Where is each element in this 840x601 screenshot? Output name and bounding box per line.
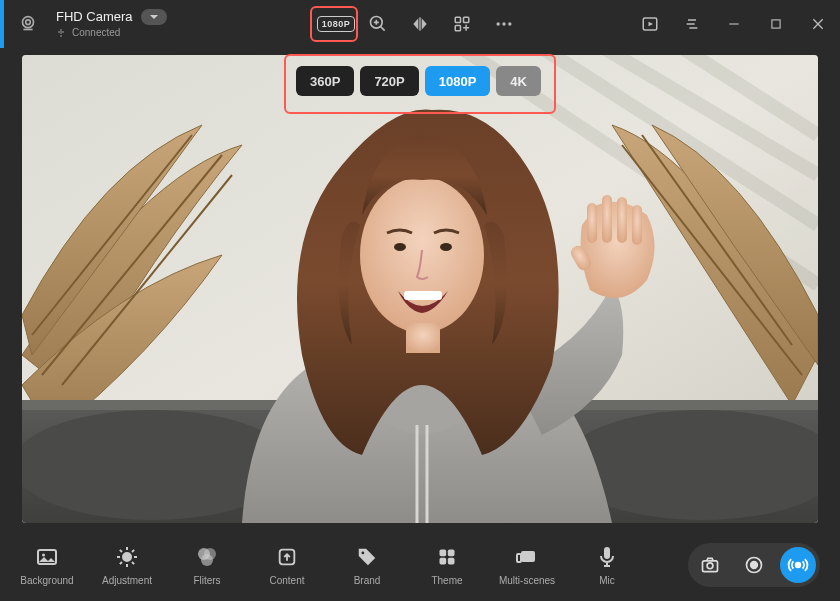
svg-point-9 [508, 22, 511, 25]
svg-rect-5 [464, 17, 469, 22]
svg-rect-17 [587, 203, 597, 243]
svg-point-34 [362, 552, 365, 555]
capture-controls [688, 543, 820, 587]
svg-point-0 [23, 17, 34, 28]
svg-rect-38 [448, 558, 455, 565]
res-option-1080p[interactable]: 1080P [425, 66, 491, 96]
svg-rect-26 [406, 323, 440, 353]
tool-brand[interactable]: Brand [340, 544, 394, 586]
zoom-in-button[interactable] [364, 10, 392, 38]
svg-point-45 [751, 562, 758, 569]
svg-rect-37 [440, 558, 447, 565]
brightness-icon [115, 544, 139, 570]
svg-point-7 [497, 22, 500, 25]
tool-mic[interactable]: Mic [580, 544, 634, 586]
svg-point-28 [42, 554, 45, 557]
camera-preview[interactable] [22, 55, 818, 523]
tool-multiscenes-label: Multi-scenes [499, 575, 555, 586]
tool-adjustment-label: Adjustment [102, 575, 152, 586]
tool-filters[interactable]: Fliters [180, 544, 234, 586]
svg-rect-11 [772, 20, 780, 28]
svg-rect-20 [632, 205, 642, 245]
svg-point-23 [394, 243, 406, 251]
svg-rect-25 [404, 291, 442, 300]
snapshot-button[interactable] [692, 547, 728, 583]
bottom-toolbar: Background Adjustment Fliters Content Br… [0, 529, 840, 601]
title-bar: FHD Camera Connected 1080P [0, 0, 840, 48]
res-option-360p[interactable]: 360P [296, 66, 354, 96]
tool-multi-scenes[interactable]: Multi-scenes [500, 544, 554, 586]
tag-icon [356, 544, 378, 570]
svg-rect-41 [604, 547, 610, 559]
tool-brand-label: Brand [354, 575, 381, 586]
close-button[interactable] [804, 10, 832, 38]
maximize-button[interactable] [762, 10, 790, 38]
resolution-button[interactable]: 1080P [322, 10, 350, 38]
stream-button[interactable] [780, 547, 816, 583]
scenes-icon [515, 544, 539, 570]
tool-background-label: Background [20, 575, 73, 586]
tool-mic-label: Mic [599, 575, 615, 586]
svg-rect-18 [602, 195, 612, 243]
mirror-button[interactable] [406, 10, 434, 38]
svg-point-1 [26, 20, 31, 25]
svg-rect-3 [419, 17, 420, 30]
svg-point-8 [502, 22, 505, 25]
svg-point-43 [707, 563, 713, 569]
layout-grid-button[interactable] [448, 10, 476, 38]
theme-icon [437, 544, 457, 570]
filters-icon [195, 544, 219, 570]
camera-dropdown[interactable] [141, 9, 167, 25]
res-option-4k[interactable]: 4K [496, 66, 541, 96]
connection-status: Connected [56, 27, 167, 39]
svg-point-24 [440, 243, 452, 251]
tool-adjustment[interactable]: Adjustment [100, 544, 154, 586]
play-preview-button[interactable] [636, 10, 664, 38]
svg-point-29 [123, 553, 131, 561]
tool-content[interactable]: Content [260, 544, 314, 586]
res-option-720p[interactable]: 720P [360, 66, 418, 96]
svg-rect-35 [440, 550, 447, 557]
svg-point-46 [796, 563, 801, 568]
tool-filters-label: Fliters [193, 575, 220, 586]
minimize-button[interactable] [720, 10, 748, 38]
tool-background[interactable]: Background [20, 544, 74, 586]
resolution-badge-label: 1080P [317, 16, 356, 32]
record-button[interactable] [736, 547, 772, 583]
tool-content-label: Content [269, 575, 304, 586]
connection-status-label: Connected [72, 27, 120, 39]
more-options-button[interactable] [490, 10, 518, 38]
image-icon [35, 544, 59, 570]
resolution-popup: 360P 720P 1080P 4K [296, 66, 541, 96]
svg-rect-40 [517, 554, 521, 562]
camera-device-icon [16, 13, 40, 35]
svg-rect-39 [521, 551, 535, 562]
tool-theme-label: Theme [431, 575, 462, 586]
upload-icon [276, 544, 298, 570]
svg-rect-19 [617, 197, 627, 243]
svg-rect-36 [448, 550, 455, 557]
tool-theme[interactable]: Theme [420, 544, 474, 586]
svg-point-32 [201, 554, 213, 566]
svg-rect-6 [455, 26, 460, 31]
mic-icon [597, 544, 617, 570]
camera-name: FHD Camera [56, 9, 133, 25]
app-accent-bar [0, 0, 4, 48]
svg-rect-4 [455, 17, 460, 22]
menu-lines-button[interactable] [678, 10, 706, 38]
